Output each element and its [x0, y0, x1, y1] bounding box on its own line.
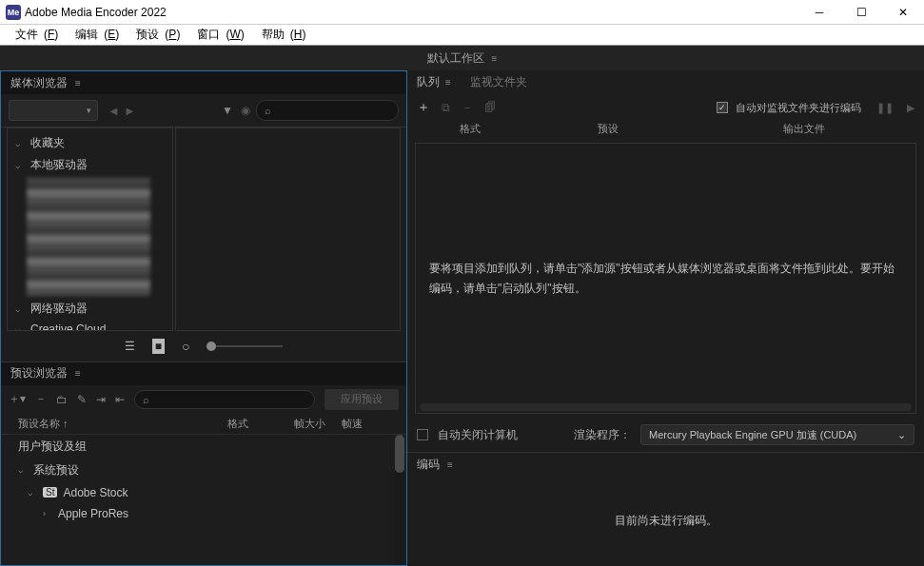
export-preset-icon[interactable]: ⇤ — [115, 393, 125, 406]
encode-panel: 编码 ≡ 目前尚未进行编码。 — [407, 452, 924, 566]
col-format[interactable]: 格式 — [423, 122, 518, 143]
workspace-label[interactable]: 默认工作区 — [427, 50, 484, 67]
media-search-input[interactable]: ⌕ — [256, 100, 399, 121]
remove-icon[interactable]: － — [462, 100, 473, 116]
import-preset-icon[interactable]: ⇥ — [96, 393, 106, 406]
media-content-pane — [175, 127, 401, 331]
queue-footer: 自动关闭计算机 渲染程序： Mercury Playback Engine GP… — [407, 418, 924, 452]
preset-adobe-stock[interactable]: ⌵StAdobe Stock — [1, 482, 406, 503]
renderer-label: 渲染程序： — [574, 427, 631, 443]
auto-encode-label: 自动对监视文件夹进行编码 — [736, 101, 861, 115]
preset-search-input[interactable]: ⌕ — [134, 390, 315, 409]
col-format[interactable]: 格式 — [227, 417, 294, 431]
left-column: 媒体浏览器 ≡ ▾ ◄ ► ▼ ◉ ⌕ ⌵收藏夹 ⌵本地驱动器 ⌵网络驱动器 ⌵… — [0, 70, 407, 566]
app-icon: Me — [6, 5, 21, 20]
workspace-bar: 默认工作区 ≡ — [0, 46, 924, 70]
preset-columns: 预设名称 ↑ 格式 帧大小 帧速 — [1, 414, 406, 435]
tree-favorites[interactable]: ⌵收藏夹 — [8, 132, 172, 154]
col-output[interactable]: 输出文件 — [698, 122, 909, 143]
nav-forward-icon[interactable]: ► — [124, 104, 136, 118]
preset-toolbar: ＋▾ － 🗀 ✎ ⇥ ⇤ ⌕ 应用预设 — [1, 385, 406, 414]
menu-help[interactable]: 帮助(H) — [250, 27, 312, 43]
media-tree: ⌵收藏夹 ⌵本地驱动器 ⌵网络驱动器 ⌵Creative Cloud ›▤团队项… — [7, 127, 173, 331]
preset-apple-prores[interactable]: ›Apple ProRes — [1, 503, 406, 524]
title-bar: Me Adobe Media Encoder 2022 ─ ☐ ✕ — [0, 0, 924, 25]
add-preset-icon[interactable]: ＋▾ — [9, 391, 26, 407]
thumbnail-view-icon[interactable]: ■ — [152, 339, 165, 354]
close-button[interactable]: ✕ — [882, 0, 924, 25]
apply-preset-button[interactable]: 应用预设 — [324, 389, 399, 410]
add-source-icon[interactable]: ＋ — [417, 99, 430, 116]
duplicate-icon[interactable]: ⧉ — [442, 101, 450, 114]
col-preset-name[interactable]: 预设名称 ↑ — [18, 417, 227, 431]
queue-hscrollbar[interactable] — [420, 403, 912, 411]
thumbnail-size-slider[interactable] — [206, 345, 283, 347]
edit-preset-icon[interactable]: ✎ — [77, 393, 87, 406]
queue-tabs: 队列≡ 监视文件夹 — [407, 70, 924, 93]
start-queue-icon[interactable]: ▶ — [907, 102, 914, 114]
eye-icon[interactable]: ◉ — [241, 104, 250, 117]
redacted-drives — [27, 178, 150, 296]
media-browser-toolbar: ▾ ◄ ► ▼ ◉ ⌕ — [1, 94, 406, 127]
delete-preset-icon[interactable]: － — [35, 391, 47, 407]
media-view-toolbar: ☰ ■ ○ — [1, 331, 406, 361]
nav-back-icon[interactable]: ◄ — [108, 104, 120, 118]
preset-scrollbar-thumb[interactable] — [395, 435, 404, 473]
panel-menu-icon[interactable]: ≡ — [75, 368, 81, 379]
col-preset[interactable]: 预设 — [518, 122, 698, 143]
col-framesize[interactable]: 帧大小 — [294, 417, 342, 431]
renderer-dropdown[interactable]: Mercury Playback Engine GPU 加速 (CUDA)⌄ — [640, 424, 914, 445]
media-browser-header: 媒体浏览器 ≡ — [1, 71, 406, 94]
copy-icon[interactable]: 🗐 — [484, 101, 496, 114]
encode-status: 目前尚未进行编码。 — [407, 476, 924, 566]
folder-icon[interactable]: 🗀 — [56, 393, 68, 406]
tab-queue[interactable]: 队列≡ — [417, 74, 451, 90]
menu-bar: 文件(F) 编辑(E) 预设(P) 窗口(W) 帮助(H) — [0, 25, 924, 46]
tab-watch-folders[interactable]: 监视文件夹 — [470, 74, 527, 90]
queue-drop-area[interactable]: 要将项目添加到队列，请单击"添加源"按钮或者从媒体浏览器或桌面将文件拖到此处。要… — [415, 143, 916, 414]
right-column: 队列≡ 监视文件夹 ＋ ⧉ － 🗐 ✓ 自动对监视文件夹进行编码 ❚❚ ▶ 格式… — [407, 70, 924, 566]
stock-icon: St — [43, 487, 57, 498]
queue-columns: 格式 预设 输出文件 — [407, 122, 924, 143]
encode-title[interactable]: 编码 — [417, 457, 440, 473]
list-view-icon[interactable]: ☰ — [125, 340, 135, 353]
pause-queue-icon[interactable]: ❚❚ — [876, 102, 894, 114]
preset-user-group[interactable]: 用户预设及组 — [1, 435, 406, 459]
tree-creative-cloud[interactable]: ⌵Creative Cloud — [8, 320, 172, 331]
panel-menu-icon[interactable]: ≡ — [75, 78, 81, 88]
preset-system-group[interactable]: ⌵系统预设 — [1, 459, 406, 482]
queue-toolbar: ＋ ⧉ － 🗐 ✓ 自动对监视文件夹进行编码 ❚❚ ▶ — [407, 93, 924, 122]
window-title: Adobe Media Encoder 2022 — [25, 6, 167, 19]
menu-window[interactable]: 窗口(W) — [186, 27, 249, 43]
tree-network-drives[interactable]: ⌵网络驱动器 — [8, 298, 172, 320]
filter-icon[interactable]: ▼ — [222, 104, 233, 117]
chevron-down-icon: ⌄ — [897, 429, 906, 441]
minimize-button[interactable]: ─ — [798, 0, 840, 25]
media-browser-title[interactable]: 媒体浏览器 — [10, 75, 68, 91]
col-framerate[interactable]: 帧速 — [342, 417, 363, 431]
menu-edit[interactable]: 编辑(E) — [64, 27, 125, 43]
workspace-menu-icon[interactable]: ≡ — [492, 53, 498, 64]
auto-shutdown-label: 自动关闭计算机 — [438, 427, 518, 443]
panel-menu-icon[interactable]: ≡ — [447, 459, 453, 470]
preset-list: 用户预设及组 ⌵系统预设 ⌵StAdobe Stock ›Apple ProRe… — [1, 435, 406, 566]
menu-file[interactable]: 文件(F) — [4, 27, 64, 43]
auto-shutdown-checkbox[interactable] — [417, 429, 428, 440]
encode-header: 编码 ≡ — [407, 453, 924, 476]
zoom-out-icon[interactable]: ○ — [182, 339, 189, 354]
queue-empty-message: 要将项目添加到队列，请单击"添加源"按钮或者从媒体浏览器或桌面将文件拖到此处。要… — [429, 259, 902, 298]
tree-local-drives[interactable]: ⌵本地驱动器 — [8, 154, 172, 176]
maximize-button[interactable]: ☐ — [840, 0, 882, 25]
path-combo[interactable]: ▾ — [9, 100, 98, 121]
preset-browser-title[interactable]: 预设浏览器 — [10, 365, 68, 381]
menu-preset[interactable]: 预设(P) — [125, 27, 186, 43]
preset-browser-panel: 预设浏览器 ≡ ＋▾ － 🗀 ✎ ⇥ ⇤ ⌕ 应用预设 预设名称 ↑ 格式 帧大… — [1, 361, 406, 566]
preset-browser-header: 预设浏览器 ≡ — [1, 362, 406, 385]
auto-encode-checkbox[interactable]: ✓ — [717, 102, 728, 113]
